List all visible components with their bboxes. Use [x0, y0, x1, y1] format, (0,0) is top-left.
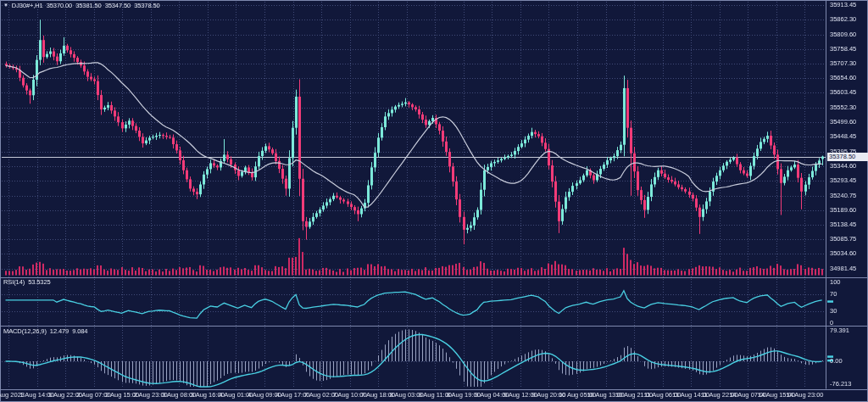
- price-axis-label: 35862.30: [830, 16, 856, 23]
- macd-axis-label: -76.213: [830, 381, 851, 388]
- trading-chart-window: ▼ DJ30#+,H1 35370.00 35381.50 35347.50 3…: [0, 0, 868, 402]
- open-value: 35370.00: [47, 2, 72, 9]
- rsi-axis-label: 70: [830, 291, 837, 298]
- price-axis-label: 35344.60: [830, 163, 856, 170]
- price-axis-label: 35034.60: [830, 250, 856, 257]
- rsi-value: 53.5325: [28, 278, 50, 286]
- price-axis-label: 34981.45: [830, 265, 856, 272]
- price-axis-label: 35758.45: [830, 46, 856, 53]
- current-price-tag: 35378.50: [827, 153, 868, 161]
- macd-signal-value: 9.084: [72, 327, 87, 335]
- price-axis-label: 35552.30: [830, 104, 856, 111]
- macd-caption: MACD(12,26,9) 12.479 9.084: [3, 327, 87, 335]
- chart-canvas[interactable]: [0, 0, 868, 402]
- price-axis-label: 35138.45: [830, 221, 856, 228]
- rsi-axis-label: 30: [830, 308, 837, 315]
- symbol-timeframe: DJ30#+,H1: [12, 2, 43, 9]
- macd-axis-label: 79.391: [830, 327, 849, 334]
- price-axis-label: 35448.45: [830, 133, 856, 140]
- price-axis-label: 35603.45: [830, 89, 856, 96]
- low-value: 35347.50: [105, 2, 131, 9]
- high-value: 35381.50: [75, 2, 101, 9]
- price-axis-label: 35809.60: [830, 31, 856, 38]
- rsi-axis-label: 0: [830, 320, 833, 327]
- price-axis-label: 35913.45: [830, 2, 856, 8]
- price-axis-label: 35499.60: [830, 119, 856, 126]
- price-axis-label: 35240.75: [830, 193, 856, 199]
- macd-label: MACD(12,26,9): [3, 327, 47, 335]
- rsi-caption: RSI(14) 53.5325: [3, 278, 51, 286]
- price-axis-label: 35654.60: [830, 75, 856, 81]
- price-axis-label: 35293.45: [830, 177, 856, 184]
- symbol-ohlc-readout: ▼ DJ30#+,H1 35370.00 35381.50 35347.50 3…: [3, 2, 160, 9]
- price-axis-label: 35707.30: [830, 60, 856, 67]
- price-axis-label: 35189.60: [830, 207, 856, 214]
- close-value: 35378.50: [134, 2, 159, 9]
- macd-value: 12.479: [50, 327, 69, 335]
- rsi-axis-label: 100: [830, 279, 841, 286]
- time-axis-label: 14 Aug 23:00: [779, 392, 830, 399]
- rsi-label: RSI(14): [3, 278, 25, 286]
- macd-axis-label: 0.00: [830, 358, 843, 365]
- price-axis-label: 35085.75: [830, 236, 856, 243]
- symbol-dropdown-icon[interactable]: ▼: [3, 2, 8, 9]
